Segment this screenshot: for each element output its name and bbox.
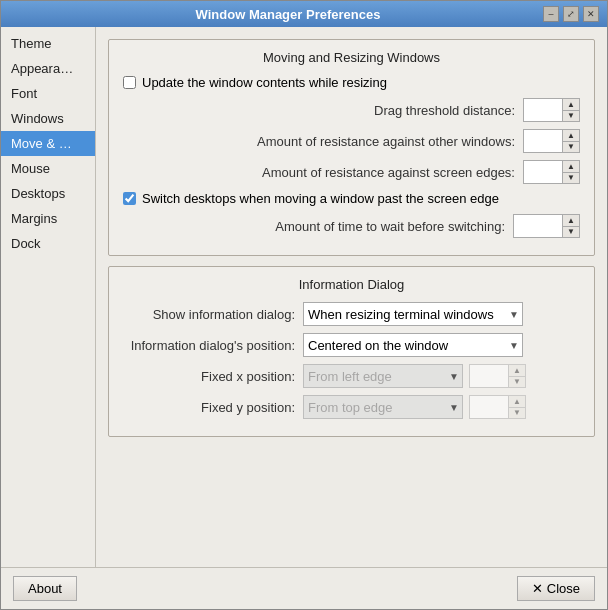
show-info-label: Show information dialog: — [123, 307, 303, 322]
update-contents-label: Update the window contents while resizin… — [142, 75, 387, 90]
fixed-x-spinner-btns: ▲ ▼ — [508, 365, 525, 387]
resistance-windows-spinner-btns: ▲ ▼ — [562, 130, 579, 152]
dialog-position-select[interactable]: Centered on the window Fixed position At… — [303, 333, 523, 357]
sidebar-item-move[interactable]: Move & … — [1, 131, 95, 156]
resistance-windows-input[interactable]: 10 — [524, 132, 562, 151]
resistance-edges-up[interactable]: ▲ — [563, 161, 579, 172]
wait-time-label: Amount of time to wait before switching: — [123, 219, 513, 234]
fixed-x-edge-select-wrap: From left edge From right edge ▼ — [303, 364, 463, 388]
close-window-button[interactable]: ✕ — [583, 6, 599, 22]
resistance-edges-spinner: 20 ▲ ▼ — [523, 160, 580, 184]
resistance-edges-input[interactable]: 20 — [524, 163, 562, 182]
about-button[interactable]: About — [13, 576, 77, 601]
resistance-windows-row: Amount of resistance against other windo… — [123, 129, 580, 153]
resistance-edges-down[interactable]: ▼ — [563, 172, 579, 183]
drag-threshold-down[interactable]: ▼ — [563, 110, 579, 121]
show-info-row: Show information dialog: When resizing t… — [123, 302, 580, 326]
fixed-y-spinner-btns: ▲ ▼ — [508, 396, 525, 418]
moving-resizing-title: Moving and Resizing Windows — [123, 50, 580, 65]
switch-desktops-row: Switch desktops when moving a window pas… — [123, 191, 580, 206]
switch-desktops-label: Switch desktops when moving a window pas… — [142, 191, 499, 206]
wait-time-up[interactable]: ▲ — [563, 215, 579, 226]
fixed-x-input[interactable]: 10 — [470, 367, 508, 386]
switch-desktops-checkbox[interactable] — [123, 192, 136, 205]
fixed-y-row: Fixed y position: From top edge From bot… — [123, 395, 580, 419]
resistance-windows-down[interactable]: ▼ — [563, 141, 579, 152]
dialog-position-label: Information dialog's position: — [123, 338, 303, 353]
close-button[interactable]: ✕ Close — [517, 576, 595, 601]
show-info-select[interactable]: When resizing terminal windows Always Ne… — [303, 302, 523, 326]
fixed-y-up[interactable]: ▲ — [509, 396, 525, 407]
wait-time-spinner: 400 ▲ ▼ — [513, 214, 580, 238]
content-area: Theme Appeara… Font Windows Move & … Mou… — [1, 27, 607, 567]
drag-threshold-spinner: 8 ▲ ▼ — [523, 98, 580, 122]
resistance-windows-label: Amount of resistance against other windo… — [123, 134, 523, 149]
resistance-edges-label: Amount of resistance against screen edge… — [123, 165, 523, 180]
drag-threshold-up[interactable]: ▲ — [563, 99, 579, 110]
fixed-x-row: Fixed x position: From left edge From ri… — [123, 364, 580, 388]
fixed-y-spinner: 10 ▲ ▼ — [469, 395, 526, 419]
fixed-y-edge-select-wrap: From top edge From bottom edge ▼ — [303, 395, 463, 419]
sidebar-item-appearance[interactable]: Appeara… — [1, 56, 95, 81]
titlebar: Window Manager Preferences – ⤢ ✕ — [1, 1, 607, 27]
moving-resizing-section: Moving and Resizing Windows Update the w… — [108, 39, 595, 256]
resistance-edges-spinner-btns: ▲ ▼ — [562, 161, 579, 183]
wait-time-spinner-btns: ▲ ▼ — [562, 215, 579, 237]
wait-time-input[interactable]: 400 — [514, 217, 562, 236]
sidebar-item-margins[interactable]: Margins — [1, 206, 95, 231]
sidebar-item-font[interactable]: Font — [1, 81, 95, 106]
update-contents-checkbox[interactable] — [123, 76, 136, 89]
fixed-x-up[interactable]: ▲ — [509, 365, 525, 376]
close-icon: ✕ — [532, 581, 543, 596]
fixed-y-edge-select[interactable]: From top edge From bottom edge — [303, 395, 463, 419]
resistance-windows-spinner: 10 ▲ ▼ — [523, 129, 580, 153]
main-content: Moving and Resizing Windows Update the w… — [96, 27, 607, 567]
fixed-y-down[interactable]: ▼ — [509, 407, 525, 418]
drag-threshold-row: Drag threshold distance: 8 ▲ ▼ — [123, 98, 580, 122]
fixed-y-input[interactable]: 10 — [470, 398, 508, 417]
about-label: About — [28, 581, 62, 596]
close-label: Close — [547, 581, 580, 596]
titlebar-title: Window Manager Preferences — [33, 7, 543, 22]
wait-time-row: Amount of time to wait before switching:… — [123, 214, 580, 238]
sidebar-item-theme[interactable]: Theme — [1, 31, 95, 56]
sidebar-item-mouse[interactable]: Mouse — [1, 156, 95, 181]
fixed-y-label: Fixed y position: — [123, 400, 303, 415]
fixed-x-spinner: 10 ▲ ▼ — [469, 364, 526, 388]
sidebar-item-dock[interactable]: Dock — [1, 231, 95, 256]
drag-threshold-spinner-btns: ▲ ▼ — [562, 99, 579, 121]
show-info-select-wrap: When resizing terminal windows Always Ne… — [303, 302, 523, 326]
resistance-edges-row: Amount of resistance against screen edge… — [123, 160, 580, 184]
minimize-button[interactable]: – — [543, 6, 559, 22]
update-contents-row: Update the window contents while resizin… — [123, 75, 580, 90]
dialog-position-row: Information dialog's position: Centered … — [123, 333, 580, 357]
sidebar-item-desktops[interactable]: Desktops — [1, 181, 95, 206]
wait-time-down[interactable]: ▼ — [563, 226, 579, 237]
maximize-button[interactable]: ⤢ — [563, 6, 579, 22]
info-dialog-section: Information Dialog Show information dial… — [108, 266, 595, 437]
footer: About ✕ Close — [1, 567, 607, 609]
dialog-position-select-wrap: Centered on the window Fixed position At… — [303, 333, 523, 357]
fixed-x-down[interactable]: ▼ — [509, 376, 525, 387]
sidebar: Theme Appeara… Font Windows Move & … Mou… — [1, 27, 96, 567]
drag-threshold-input[interactable]: 8 — [524, 101, 562, 120]
main-window: Window Manager Preferences – ⤢ ✕ Theme A… — [0, 0, 608, 610]
fixed-x-label: Fixed x position: — [123, 369, 303, 384]
drag-threshold-label: Drag threshold distance: — [123, 103, 523, 118]
resistance-windows-up[interactable]: ▲ — [563, 130, 579, 141]
fixed-x-edge-select[interactable]: From left edge From right edge — [303, 364, 463, 388]
sidebar-item-windows[interactable]: Windows — [1, 106, 95, 131]
titlebar-controls: – ⤢ ✕ — [543, 6, 599, 22]
info-dialog-title: Information Dialog — [123, 277, 580, 292]
